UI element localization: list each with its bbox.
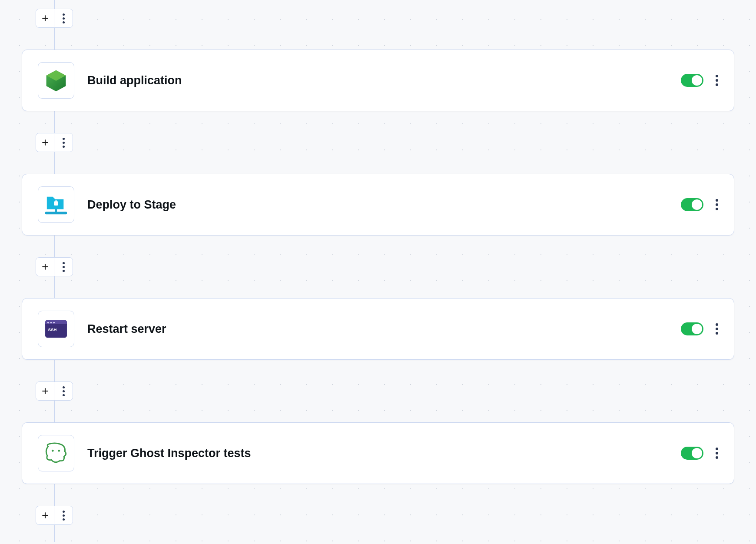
more-vertical-icon — [63, 138, 65, 148]
step-enabled-toggle[interactable] — [681, 74, 703, 87]
more-vertical-icon — [63, 13, 65, 23]
connector-group-0 — [36, 9, 73, 28]
ghost-inspector-icon — [43, 441, 69, 465]
pipeline-step-card[interactable]: SSH Restart server — [22, 298, 734, 360]
connector-menu-button[interactable] — [54, 382, 73, 400]
svg-rect-9 — [56, 200, 57, 202]
add-step-button[interactable] — [36, 9, 54, 27]
connector-menu-button[interactable] — [54, 9, 73, 27]
step-menu-button[interactable] — [716, 199, 718, 210]
add-step-button[interactable] — [36, 382, 54, 400]
nodejs-icon — [44, 68, 68, 93]
connector-menu-button[interactable] — [54, 506, 73, 524]
step-icon-frame — [38, 435, 74, 471]
step-menu-button[interactable] — [716, 323, 718, 335]
step-icon-frame: SSH — [38, 311, 74, 347]
step-title: Restart server — [87, 322, 681, 336]
deploy-icon — [43, 193, 70, 216]
connector-menu-button[interactable] — [54, 133, 73, 152]
connector-group-1 — [36, 133, 73, 152]
svg-point-16 — [50, 322, 52, 324]
svg-text:SSH: SSH — [48, 327, 57, 332]
step-enabled-toggle[interactable] — [681, 447, 703, 460]
step-title: Trigger Ghost Inspector tests — [87, 447, 681, 460]
step-enabled-toggle[interactable] — [681, 198, 703, 211]
step-icon-frame — [38, 62, 74, 99]
svg-point-15 — [47, 322, 49, 324]
pipeline-step-card[interactable]: Trigger Ghost Inspector tests — [22, 422, 734, 484]
more-vertical-icon — [63, 262, 65, 272]
plus-icon — [41, 387, 50, 395]
plus-icon — [41, 14, 50, 23]
connector-group-3 — [36, 381, 73, 401]
svg-point-17 — [53, 322, 55, 324]
add-step-button[interactable] — [36, 506, 54, 524]
plus-icon — [41, 262, 50, 271]
pipeline-step-card[interactable]: Deploy to Stage — [22, 174, 734, 236]
svg-rect-14 — [45, 324, 67, 325]
more-vertical-icon — [63, 386, 65, 396]
add-step-button[interactable] — [36, 258, 54, 276]
connector-group-4 — [36, 506, 73, 525]
connector-menu-button[interactable] — [54, 258, 73, 276]
svg-point-22 — [58, 450, 60, 452]
step-icon-frame — [38, 186, 74, 223]
plus-icon — [41, 138, 50, 147]
connector-group-2 — [36, 257, 73, 276]
step-title: Deploy to Stage — [87, 198, 681, 212]
more-vertical-icon — [63, 511, 65, 521]
step-title: Build application — [87, 74, 681, 87]
step-enabled-toggle[interactable] — [681, 322, 703, 335]
ssh-terminal-icon: SSH — [43, 318, 69, 339]
pipeline-container: Build application Deploy to Stage — [0, 0, 756, 542]
svg-point-21 — [52, 450, 54, 452]
step-menu-button[interactable] — [716, 75, 718, 86]
step-menu-button[interactable] — [716, 448, 718, 459]
plus-icon — [41, 511, 50, 520]
pipeline-step-card[interactable]: Build application — [22, 50, 734, 111]
add-step-button[interactable] — [36, 133, 54, 152]
